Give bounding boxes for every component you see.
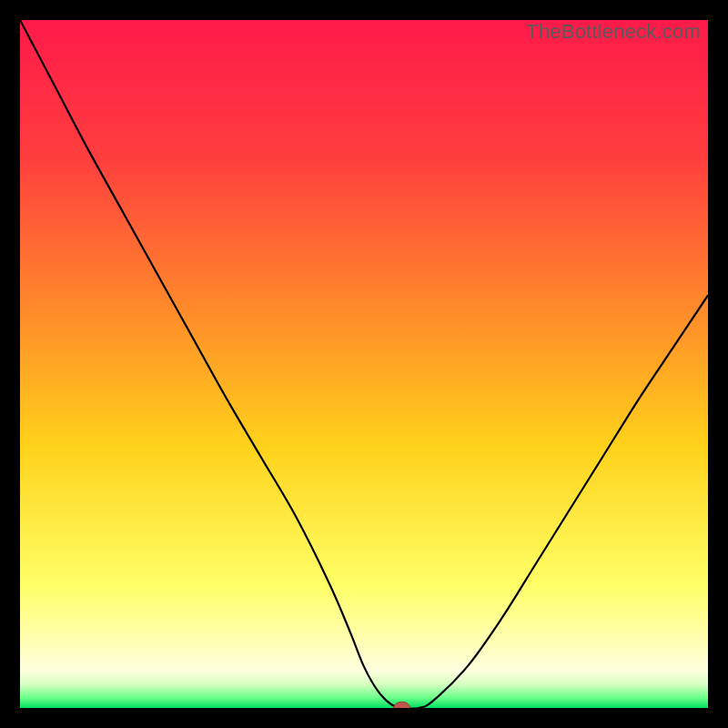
chart-svg [20,20,708,708]
watermark-text: TheBottleneck.com [526,20,701,44]
chart-frame: TheBottleneck.com [0,0,728,728]
gradient-background [20,20,708,708]
plot-area: TheBottleneck.com [20,20,708,708]
